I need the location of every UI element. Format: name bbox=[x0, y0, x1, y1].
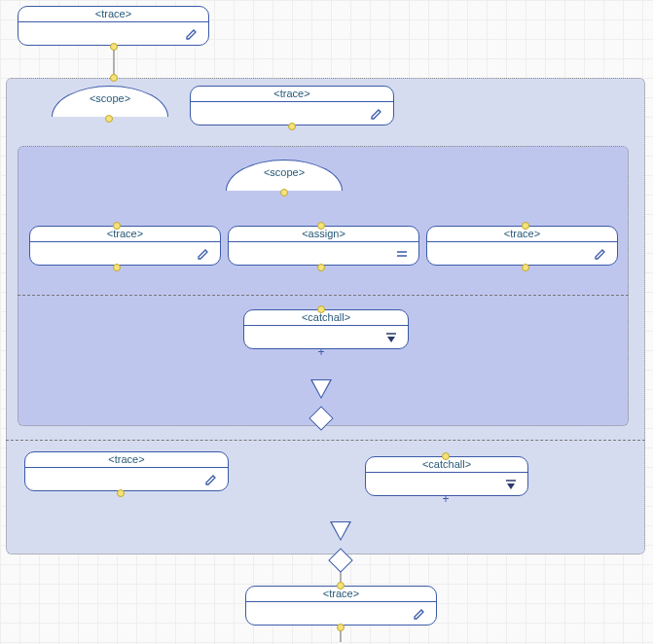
merge-triangle-outer bbox=[330, 521, 351, 541]
port-dot bbox=[317, 264, 325, 271]
equals-icon bbox=[395, 247, 409, 261]
port-dot bbox=[113, 264, 121, 271]
trace-node-inner-left[interactable]: <trace> bbox=[29, 226, 221, 266]
node-divider bbox=[229, 241, 418, 242]
node-divider bbox=[246, 601, 436, 602]
port-dot bbox=[280, 189, 288, 197]
node-label: <trace> bbox=[191, 88, 393, 99]
node-label: <catchall> bbox=[244, 311, 408, 323]
trace-node-lower[interactable]: <trace> bbox=[24, 451, 229, 491]
catchall-node-lower[interactable]: <catchall> bbox=[365, 456, 528, 496]
trace-node-bottom[interactable]: <trace> bbox=[245, 586, 437, 626]
node-divider bbox=[366, 472, 527, 473]
scope-node-inner[interactable]: <scope> bbox=[226, 160, 343, 191]
port-dot bbox=[110, 74, 118, 82]
node-label: <trace> bbox=[427, 228, 617, 239]
scope-node-outer[interactable]: <scope> bbox=[52, 86, 168, 117]
svg-marker-27 bbox=[507, 483, 515, 489]
port-dot bbox=[337, 582, 345, 590]
trace-node-outer[interactable]: <trace> bbox=[190, 86, 394, 125]
outer-region-separator bbox=[6, 440, 645, 441]
assign-node[interactable]: <assign> bbox=[228, 226, 419, 266]
node-divider bbox=[25, 467, 228, 468]
port-dot bbox=[317, 305, 325, 313]
port-dot bbox=[442, 452, 450, 460]
node-divider bbox=[18, 21, 208, 22]
collapse-icon[interactable] bbox=[384, 331, 398, 344]
collapse-icon[interactable] bbox=[504, 478, 518, 491]
port-dot bbox=[105, 115, 113, 123]
node-label: <scope> bbox=[53, 87, 167, 104]
port-dot bbox=[337, 624, 345, 631]
pen-icon bbox=[204, 473, 218, 486]
pen-icon bbox=[594, 247, 607, 261]
node-divider bbox=[244, 325, 408, 326]
node-label: <scope> bbox=[227, 161, 342, 178]
trace-node-inner-right[interactable]: <trace> bbox=[426, 226, 618, 266]
catchall-node-inner[interactable]: <catchall> bbox=[243, 309, 409, 349]
plus-icon[interactable]: + bbox=[316, 347, 326, 357]
node-label: <trace> bbox=[30, 228, 220, 239]
node-divider bbox=[30, 241, 220, 242]
pen-icon bbox=[370, 107, 383, 121]
merge-triangle-inner bbox=[310, 379, 332, 399]
port-dot bbox=[522, 222, 529, 230]
node-divider bbox=[191, 101, 393, 102]
port-dot bbox=[317, 222, 325, 230]
port-dot bbox=[288, 123, 296, 130]
pen-icon bbox=[197, 247, 210, 261]
port-dot bbox=[117, 489, 125, 497]
pen-icon bbox=[185, 27, 199, 41]
trace-node-top[interactable]: <trace> bbox=[18, 6, 209, 46]
svg-marker-25 bbox=[387, 337, 395, 342]
node-label: <trace> bbox=[25, 453, 228, 465]
node-label: <trace> bbox=[18, 8, 208, 19]
port-dot bbox=[110, 43, 118, 51]
port-dot bbox=[522, 264, 529, 271]
inner-region-separator bbox=[18, 295, 629, 296]
plus-icon[interactable]: + bbox=[441, 494, 451, 504]
port-dot bbox=[113, 222, 121, 230]
node-label: <assign> bbox=[229, 228, 418, 239]
node-divider bbox=[427, 241, 617, 242]
pen-icon bbox=[413, 607, 426, 621]
